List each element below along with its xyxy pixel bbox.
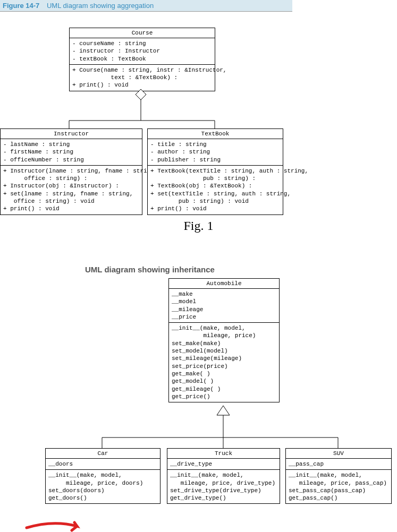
uml-attributes: __pass_cap — [286, 459, 391, 470]
uml-class-name: TextBook — [148, 129, 283, 139]
uml-methods: + Instructor(lname : string, fname : str… — [1, 166, 142, 214]
uml-methods: + TextBook(textTitle : string, auth : st… — [148, 166, 283, 214]
uml-class-car: Car __doors __init__(make, model, mileag… — [45, 448, 161, 504]
uml-class-name: Automobile — [169, 279, 279, 289]
uml-class-name: Car — [46, 449, 160, 459]
uml-attributes: __drive_type — [167, 459, 280, 470]
uml-class-name: Course — [70, 28, 215, 38]
inheritance-triangle-icon — [217, 406, 230, 415]
uml-class-name: SUV — [286, 449, 391, 459]
uml-attributes: - lastName : string - firstName : string… — [1, 139, 142, 166]
uml-attributes: - courseName : string - instructor : Ins… — [70, 38, 215, 65]
uml-methods: __init__(make, model, mileage, price) se… — [169, 323, 279, 402]
uml-class-name: Instructor — [1, 129, 142, 139]
figure1-number: Figure 14-7 — [3, 2, 39, 10]
figure1-caption: Fig. 1 — [0, 219, 397, 233]
figure1-title: UML diagram showing aggregation — [47, 2, 154, 10]
uml-class-automobile: Automobile __make __model __mileage __pr… — [168, 278, 280, 402]
uml-class-instructor: Instructor - lastName : string - firstNa… — [0, 128, 142, 215]
uml-methods: + Course(name : string, instr : &Instruc… — [70, 65, 215, 91]
uml-class-course: Course - courseName : string - instructo… — [69, 28, 215, 91]
uml-class-truck: Truck __drive_type __init__(make, model,… — [167, 448, 280, 504]
uml-methods: __init__(make, model, mileage, price, dr… — [167, 470, 280, 503]
uml-class-textbook: TextBook - title : string - author : str… — [147, 128, 283, 215]
figure2-title: UML diagram showing inheritance — [85, 265, 397, 274]
uml-aggregation-diagram: Course - courseName : string - instructo… — [0, 12, 397, 213]
uml-attributes: __make __model __mileage __price — [169, 289, 279, 323]
uml-methods: __init__(make, model, mileage, price, pa… — [286, 470, 391, 503]
uml-attributes: __doors — [46, 459, 160, 470]
uml-methods: __init__(make, model, mileage, price, do… — [46, 470, 160, 503]
uml-class-suv: SUV __pass_cap __init__(make, model, mil… — [285, 448, 392, 504]
uml-inheritance-diagram: Automobile __make __model __mileage __pr… — [0, 278, 397, 532]
figure1-header: Figure 14-7 UML diagram showing aggregat… — [0, 0, 292, 12]
uml-attributes: - title : string - author : string - pub… — [148, 139, 283, 166]
red-arrow-annotation-icon — [24, 520, 88, 532]
uml-class-name: Truck — [167, 449, 280, 459]
